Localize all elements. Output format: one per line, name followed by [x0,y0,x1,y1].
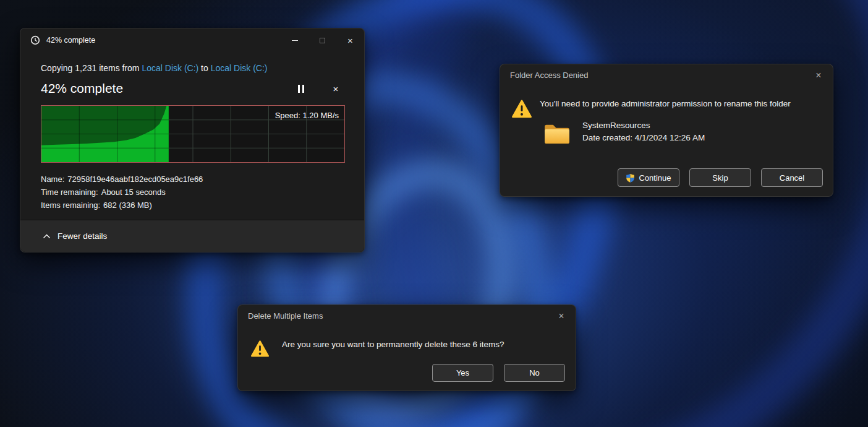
folder-dialog-titlebar: Folder Access Denied × [500,64,833,86]
folder-dialog-message: You'll need to provide administrator per… [540,99,791,108]
folder-access-denied-dialog: Folder Access Denied × You'll need to pr… [500,64,833,197]
delete-dialog-buttons: Yes No [432,364,565,382]
delete-dialog-titlebar: Delete Multiple Items × [238,305,576,327]
delete-dialog-title: Delete Multiple Items [248,311,323,321]
copy-summary-prefix: Copying 1,231 items from [41,63,142,73]
folder-icon [543,122,571,145]
detail-name: Name:72958f19e46aabf182ecd05ea9c1fe66 [41,173,344,186]
window-title: 42% complete [46,36,95,45]
copy-progress-icon [30,35,40,45]
progress-controls: × [292,79,345,98]
minimize-button[interactable] [281,28,308,52]
copy-summary-connector: to [198,63,210,73]
fewer-details-label: Fewer details [57,231,107,241]
copy-progress-window: 42% complete × Copying 1,231 items from … [20,28,365,252]
close-icon: × [347,36,353,45]
folder-dialog-title: Folder Access Denied [510,71,588,80]
delete-multiple-items-dialog: Delete Multiple Items × Are you sure you… [237,304,576,391]
disk-link-source[interactable]: Local Disk (C:) [142,63,198,73]
desktop-wallpaper: 42% complete × Copying 1,231 items from … [0,0,868,427]
continue-label: Continue [639,173,671,183]
yes-button[interactable]: Yes [432,364,493,382]
copy-summary-line: Copying 1,231 items from Local Disk (C:)… [41,63,344,73]
folder-dialog-buttons: Continue Skip Cancel [618,168,823,187]
pause-button[interactable] [292,79,310,98]
speed-chart: Speed: 1.20 MB/s [41,105,345,163]
folder-name: SystemResources [582,121,650,130]
cancel-icon: × [333,84,339,93]
uac-shield-icon [626,173,635,183]
cancel-button[interactable]: Cancel [761,168,823,187]
folder-dialog-close-button[interactable]: × [808,65,829,86]
close-icon: × [558,311,564,322]
delete-dialog-body: Are you sure you want to permanently del… [238,327,576,390]
speed-label: Speed: 1.20 MB/s [275,111,339,120]
copy-body: Copying 1,231 items from Local Disk (C:)… [20,63,364,212]
folder-date-created: Date created: 4/1/2024 12:26 AM [582,133,705,142]
continue-button[interactable]: Continue [618,168,679,187]
close-icon: × [815,70,821,81]
minimize-icon [292,40,298,41]
close-button[interactable]: × [336,28,364,52]
skip-button[interactable]: Skip [689,168,751,187]
disk-link-destination[interactable]: Local Disk (C:) [211,63,268,73]
chevron-up-icon [43,234,51,239]
no-button[interactable]: No [504,364,565,382]
folder-dialog-body: You'll need to provide administrator per… [500,86,833,196]
progress-heading-row: 42% complete × [41,79,345,98]
transfer-details: Name:72958f19e46aabf182ecd05ea9c1fe66 Ti… [41,173,344,212]
fewer-details-toggle[interactable]: Fewer details [20,220,364,252]
cancel-copy-button[interactable]: × [326,79,345,98]
pause-icon [298,85,304,93]
warning-icon [250,339,270,358]
delete-dialog-close-button[interactable]: × [551,306,572,327]
delete-dialog-message: Are you sure you want to permanently del… [282,340,504,349]
maximize-icon [320,38,325,43]
window-controls: × [281,28,364,52]
copy-titlebar: 42% complete × [20,28,364,52]
maximize-button[interactable] [308,28,336,52]
detail-items-remaining: Items remaining:682 (336 MB) [41,199,344,212]
detail-time-remaining: Time remaining:About 15 seconds [41,186,344,199]
progress-heading: 42% complete [41,81,123,96]
warning-icon [511,98,532,119]
